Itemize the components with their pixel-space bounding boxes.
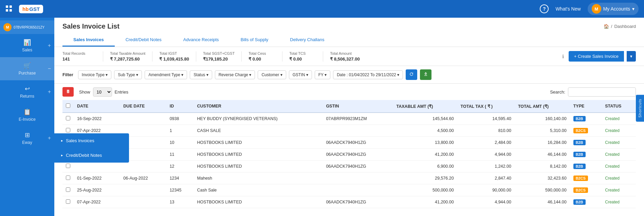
tab-advance-receipts[interactable]: Advance Receipts xyxy=(172,34,230,47)
row-id: 1234 xyxy=(166,172,194,184)
sidebar-item-purchase[interactable]: 🛒 Purchase − xyxy=(0,57,54,80)
table-wrapper: DATE DUE DATE ID CUSTOMER GSTIN TAXABLE … xyxy=(54,100,644,216)
invoices-table: DATE DUE DATE ID CUSTOMER GSTIN TAXABLE … xyxy=(62,100,636,208)
stat-value-total-records: 141 xyxy=(62,56,96,62)
table-row: 25-Aug-2022 12345 Cash Sale 500,000.00 9… xyxy=(62,184,636,196)
sidebar-item-eway[interactable]: ⊞ Eway + xyxy=(0,127,54,150)
my-accounts-menu[interactable]: M My Accounts ▾ xyxy=(588,3,639,15)
row-due-date xyxy=(120,196,166,208)
stat-value-sgst: ₹179,185.20 xyxy=(203,56,235,62)
stats-actions: ℹ + Create Sales Invoice ▾ xyxy=(562,51,636,62)
filter-amendment-type[interactable]: Amendment Type ▾ xyxy=(145,70,187,79)
search-area: Search: xyxy=(550,87,636,97)
create-sales-invoice-dropdown[interactable]: ▾ xyxy=(627,51,636,62)
select-all-checkbox[interactable] xyxy=(66,103,70,108)
main-content: Sales Invoice List 🏠 / Dashboard Sales I… xyxy=(54,18,644,216)
row-checkbox[interactable] xyxy=(66,128,70,132)
sidebar-item-sales[interactable]: 📊 Sales + xyxy=(0,34,54,57)
stat-total-amount: Total Amount ₹ 8,506,327.00 xyxy=(323,51,367,62)
row-checkbox[interactable] xyxy=(66,116,70,120)
shortcuts-tab[interactable]: Shortcuts xyxy=(636,95,644,121)
row-checkbox[interactable] xyxy=(66,164,70,168)
row-taxable-amt: 29,576.20 xyxy=(393,172,457,184)
delete-selected-button[interactable] xyxy=(62,87,74,97)
row-status: Created xyxy=(602,149,636,161)
user-avatar: M xyxy=(592,4,601,14)
refresh-button[interactable] xyxy=(406,69,417,80)
tab-bills-of-supply[interactable]: Bills of Supply xyxy=(230,34,279,47)
table-controls: Show 10 25 50 100 Entries Search: xyxy=(54,84,644,100)
stat-value-tcs: ₹ 0.00 xyxy=(289,56,316,62)
filter-customer[interactable]: Customer ▾ xyxy=(258,70,286,79)
whats-new-link[interactable]: What's New xyxy=(555,6,581,12)
row-checkbox[interactable] xyxy=(66,199,70,204)
status-label: Created xyxy=(605,128,620,133)
row-status: Created xyxy=(602,125,636,137)
grid-icon[interactable] xyxy=(5,5,12,13)
sidebar-label-purchase: Purchase xyxy=(19,71,36,76)
logo-gst: GST xyxy=(29,6,40,12)
user-gstin-item[interactable]: M 07BVRPR3650J1ZY xyxy=(0,20,54,34)
row-id: 10 xyxy=(166,137,194,149)
col-total-tax: TOTAL TAX ( ₹ ) xyxy=(457,100,515,113)
breadcrumb-page: Dashboard xyxy=(614,24,636,29)
submenu-credit-debit-notes[interactable]: ▸ Credit/Debit Notes xyxy=(54,148,129,163)
filter-reverse-charge[interactable]: Reverse Charge ▾ xyxy=(215,70,255,79)
row-taxable-amt: 4,500.00 xyxy=(393,125,457,137)
filter-fy[interactable]: FY ▾ xyxy=(315,70,330,79)
sidebar-add-eway[interactable]: + xyxy=(48,135,51,141)
row-checkbox[interactable] xyxy=(66,187,70,192)
tab-credit-debit-notes[interactable]: Credit/Debit Notes xyxy=(115,34,172,47)
filter-bar: Filter Invoice Type ▾ Sub Type ▾ Amendme… xyxy=(54,66,644,84)
col-total-amt: TOTAL AMT (₹) xyxy=(515,100,570,113)
logo[interactable]: hb GST xyxy=(19,5,43,13)
top-nav-right: ? What's New M My Accounts ▾ xyxy=(540,3,639,15)
row-customer: HOSTBOOKS LIMITED xyxy=(194,196,323,208)
type-badge: B2CS xyxy=(573,128,588,133)
stat-value-taxable: ₹ 7,287,725.60 xyxy=(110,56,145,62)
sidebar-item-returns[interactable]: ↩ Returns + xyxy=(0,80,54,103)
row-due-date xyxy=(120,184,166,196)
filter-invoice-type[interactable]: Invoice Type ▾ xyxy=(78,70,112,79)
row-total-amt: 46,144.00 xyxy=(515,196,570,208)
info-icon[interactable]: ℹ xyxy=(562,54,564,59)
filter-sub-type[interactable]: Sub Type ▾ xyxy=(114,70,142,79)
sidebar-add-purchase[interactable]: − xyxy=(48,66,51,72)
table-row: 10 HOSTBOOKS LIMITED 06AADCK7940H1ZG 13,… xyxy=(62,137,636,149)
sidebar-add-returns[interactable]: + xyxy=(48,89,51,95)
sidebar-item-einvoice[interactable]: 📋 E-Invoice xyxy=(0,103,54,127)
sidebar-add-sales[interactable]: + xyxy=(48,43,51,49)
entries-select[interactable]: 10 25 50 100 xyxy=(93,87,112,97)
filter-date-range[interactable]: Date : 01/04/2022 To 29/11/2022 ▾ xyxy=(333,70,403,79)
status-label: Created xyxy=(605,188,620,193)
row-type: B2B xyxy=(570,137,602,149)
type-badge: B2B xyxy=(573,140,586,145)
help-icon[interactable]: ? xyxy=(540,4,549,13)
sidebar-label-returns: Returns xyxy=(20,94,34,99)
create-sales-invoice-button[interactable]: + Create Sales Invoice xyxy=(569,51,624,62)
filter-gstin[interactable]: GSTIN ▾ xyxy=(289,70,312,79)
row-checkbox-cell xyxy=(62,172,74,184)
download-button[interactable] xyxy=(420,69,431,80)
sidebar-label-sales: Sales xyxy=(22,48,32,52)
row-customer: Mahesh xyxy=(194,172,323,184)
row-checkbox[interactable] xyxy=(66,176,70,180)
filter-status[interactable]: Status ▾ xyxy=(190,70,212,79)
row-total-tax: 1,242.00 xyxy=(457,161,515,172)
submenu-sales-invoices[interactable]: ▸ Sales Invoices xyxy=(54,133,129,148)
tab-delivery-challans[interactable]: Delivery Challans xyxy=(279,34,335,47)
top-navbar: hb GST ? What's New M My Accounts ▾ xyxy=(0,0,644,18)
table-row: 16-Sep-2022 0938 HEY BUDDY (SYNERGISED V… xyxy=(62,113,636,125)
row-total-tax: 14,595.40 xyxy=(457,113,515,125)
row-date: 07-Apr-2022 xyxy=(74,196,120,208)
sidebar-submenu: ▸ Sales Invoices ▸ Credit/Debit Notes xyxy=(54,133,129,163)
search-input[interactable] xyxy=(568,87,636,97)
stat-label-total-records: Total Records xyxy=(62,51,96,55)
row-type: B2CS xyxy=(570,172,602,184)
submenu-arrow-2: ▸ xyxy=(61,153,63,157)
page-header: Sales Invoice List 🏠 / Dashboard Sales I… xyxy=(54,18,644,47)
sidebar-label-einvoice: E-Invoice xyxy=(19,117,36,122)
returns-icon: ↩ xyxy=(25,85,30,93)
home-icon[interactable]: 🏠 xyxy=(604,24,609,29)
tab-sales-invoices[interactable]: Sales Invoices xyxy=(62,34,115,47)
